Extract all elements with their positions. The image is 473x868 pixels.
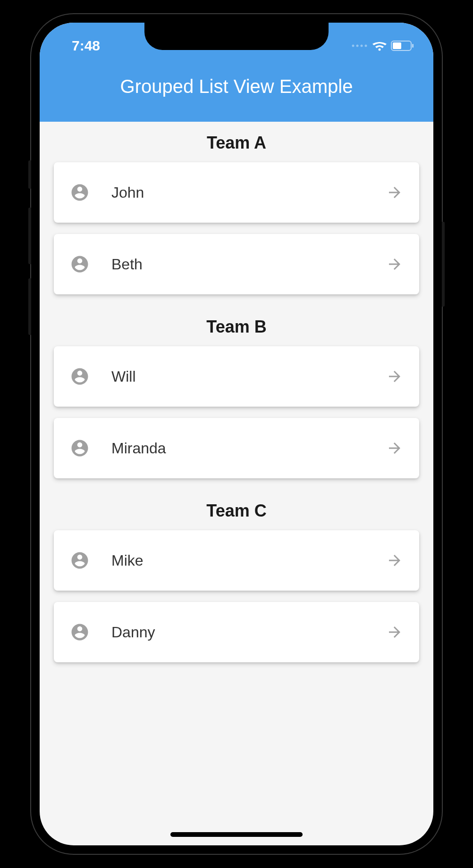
phone-notch <box>144 23 329 50</box>
battery-icon <box>391 40 414 51</box>
arrow-forward-icon <box>386 368 403 385</box>
list-item-name: Beth <box>111 256 386 273</box>
arrow-forward-icon <box>386 552 403 569</box>
arrow-forward-icon <box>386 256 403 273</box>
list-item-name: Danny <box>111 624 386 641</box>
svg-point-4 <box>379 49 381 51</box>
list-item[interactable]: Will <box>54 346 419 407</box>
account-circle-icon <box>70 622 90 642</box>
arrow-forward-icon <box>386 440 403 457</box>
list-item[interactable]: John <box>54 162 419 223</box>
list-item-name: Mike <box>111 552 386 569</box>
app-bar: Grouped List View Example <box>40 60 433 122</box>
section-header-team-b: Team B <box>40 306 433 346</box>
grouped-list[interactable]: Team A John Beth Team B <box>40 122 433 683</box>
svg-point-1 <box>356 45 359 47</box>
cellular-dots-icon <box>351 43 368 48</box>
section-header-team-a: Team A <box>40 122 433 162</box>
phone-power-button <box>442 222 445 307</box>
account-circle-icon <box>70 367 90 386</box>
wifi-icon <box>372 40 387 51</box>
list-item[interactable]: Danny <box>54 602 419 662</box>
svg-rect-7 <box>412 44 414 48</box>
list-item-name: Miranda <box>111 440 386 457</box>
phone-volume-down <box>28 278 31 335</box>
home-indicator[interactable] <box>170 832 303 837</box>
section-header-team-c: Team C <box>40 490 433 530</box>
status-indicators <box>351 40 414 51</box>
svg-rect-6 <box>393 42 401 49</box>
list-item[interactable]: Beth <box>54 234 419 294</box>
svg-point-3 <box>365 45 367 47</box>
account-circle-icon <box>70 254 90 274</box>
account-circle-icon <box>70 438 90 458</box>
phone-screen: 7:48 <box>40 23 433 845</box>
list-item[interactable]: Mike <box>54 530 419 591</box>
arrow-forward-icon <box>386 184 403 201</box>
account-circle-icon <box>70 183 90 202</box>
phone-mute-switch <box>28 160 31 189</box>
arrow-forward-icon <box>386 624 403 641</box>
svg-point-0 <box>352 45 355 47</box>
list-item-name: John <box>111 184 386 201</box>
phone-volume-up <box>28 208 31 264</box>
svg-point-2 <box>361 45 363 47</box>
list-item[interactable]: Miranda <box>54 418 419 478</box>
account-circle-icon <box>70 551 90 570</box>
app-title: Grouped List View Example <box>120 76 353 97</box>
list-item-name: Will <box>111 368 386 385</box>
status-time: 7:48 <box>72 38 100 54</box>
phone-frame: 7:48 <box>31 14 442 854</box>
